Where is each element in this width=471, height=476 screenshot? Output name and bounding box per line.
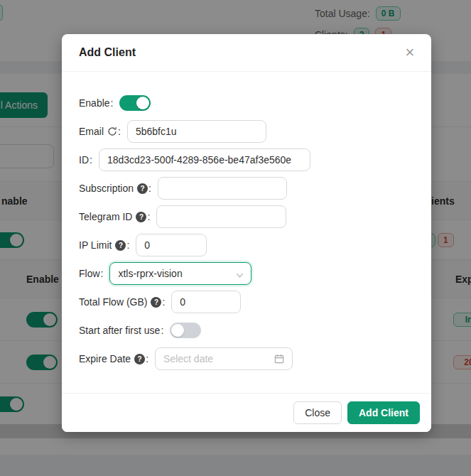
modal-footer: Close Add Client	[62, 393, 431, 432]
expire-date-label: Expire Date	[79, 353, 131, 364]
colon: :	[162, 296, 165, 308]
start-after-first-use-toggle[interactable]	[170, 323, 201, 338]
subscription-field-row: Subscription ? :	[79, 177, 414, 200]
ip-limit-label: IP Limit	[79, 239, 112, 251]
modal-title: Add Client	[79, 46, 136, 58]
telegram-input[interactable]	[156, 205, 286, 228]
flow-label: Flow	[79, 268, 100, 279]
ip-limit-field-row: IP Limit ? :	[79, 234, 414, 256]
colon: :	[101, 268, 104, 279]
screen: Total Usage: 0 B Clients: 2 1 l Actions …	[0, 0, 471, 476]
colon: :	[146, 353, 148, 364]
total-flow-input[interactable]	[171, 291, 241, 313]
email-field-row: Email :	[79, 120, 414, 143]
flow-select-value: xtls-rprx-vision	[118, 268, 182, 279]
help-icon[interactable]: ?	[115, 240, 126, 251]
help-icon[interactable]: ?	[137, 183, 148, 194]
total-flow-field-row: Total Flow (GB) ? :	[79, 291, 414, 313]
total-flow-label: Total Flow (GB)	[79, 296, 147, 308]
id-field-row: ID :	[79, 148, 414, 171]
start-after-first-use-row: Start after first use :	[79, 319, 414, 342]
modal-header: Add Client ×	[62, 34, 431, 72]
enable-field-row: Enable :	[79, 92, 414, 114]
toggle-knob	[136, 97, 149, 109]
telegram-field-row: Telegram ID ? :	[79, 205, 414, 228]
colon: :	[126, 239, 129, 251]
enable-toggle[interactable]	[119, 95, 151, 111]
colon: :	[118, 126, 121, 137]
subscription-label: Subscription	[79, 183, 134, 194]
add-client-button[interactable]: Add Client	[347, 401, 420, 424]
help-icon[interactable]: ?	[151, 297, 161, 308]
colon: :	[147, 211, 150, 222]
add-client-modal: Add Client × Enable : Email :	[62, 34, 431, 432]
colon: :	[90, 154, 92, 166]
email-input[interactable]	[127, 120, 266, 143]
flow-select[interactable]: xtls-rprx-vision	[109, 262, 251, 285]
id-label: ID	[79, 154, 89, 166]
email-label: Email	[79, 126, 104, 137]
chevron-down-icon	[236, 270, 244, 281]
expire-date-picker[interactable]: Select date	[155, 347, 293, 370]
refresh-icon[interactable]	[107, 126, 117, 136]
modal-body: Enable : Email : ID :	[62, 72, 431, 370]
calendar-icon	[274, 354, 284, 364]
flow-field-row: Flow : xtls-rprx-vision	[79, 262, 414, 285]
expire-date-placeholder: Select date	[163, 353, 274, 364]
close-button[interactable]: Close	[293, 401, 342, 424]
ip-limit-input[interactable]	[136, 234, 207, 256]
expire-date-field-row: Expire Date ? : Select date	[79, 347, 414, 370]
colon: :	[148, 183, 151, 194]
enable-label: Enable	[79, 97, 110, 109]
start-after-first-use-label: Start after first use	[79, 325, 160, 336]
telegram-label: Telegram ID	[79, 211, 132, 222]
help-icon[interactable]: ?	[136, 212, 146, 222]
colon: :	[111, 97, 114, 109]
subscription-input[interactable]	[158, 177, 287, 200]
close-icon[interactable]: ×	[399, 41, 421, 64]
colon: :	[161, 325, 163, 336]
toggle-knob	[171, 324, 184, 337]
id-input[interactable]	[99, 148, 310, 171]
help-icon[interactable]: ?	[134, 354, 145, 364]
